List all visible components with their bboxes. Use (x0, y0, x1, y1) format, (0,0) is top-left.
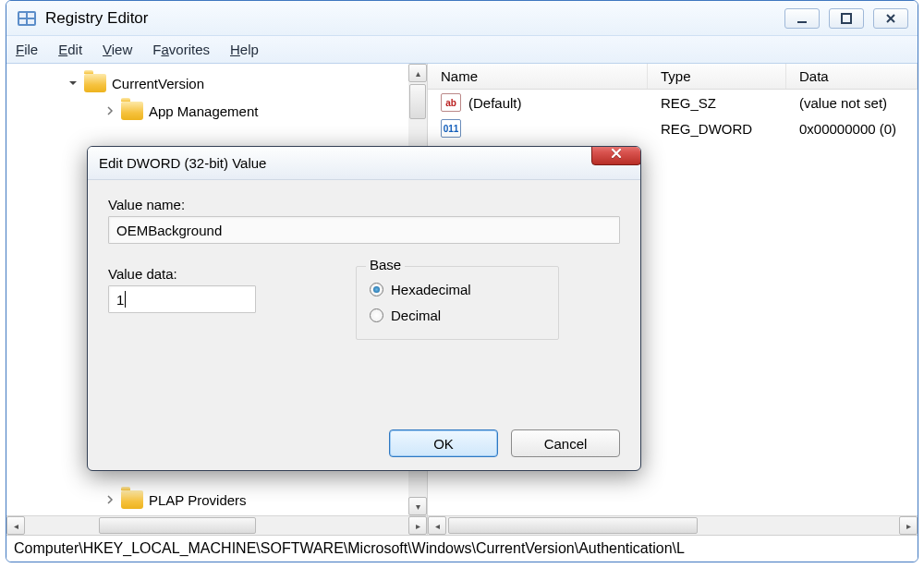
radio-label: Hexadecimal (391, 282, 471, 297)
dialog-button-row: OK Cancel (108, 413, 620, 457)
values-hscrollbar[interactable]: ◂ ▸ (428, 516, 918, 535)
radio-decimal[interactable]: Decimal (370, 302, 545, 328)
expand-icon[interactable] (104, 105, 116, 116)
listview-header: Name Type Data (428, 64, 918, 90)
scroll-thumb[interactable] (448, 517, 698, 534)
value-data-label: Value data: (108, 266, 345, 282)
scroll-thumb[interactable] (409, 84, 426, 119)
column-header-name[interactable]: Name (428, 64, 648, 89)
value-data-text: 1 (116, 292, 124, 308)
edit-dword-dialog: Edit DWORD (32-bit) Value Value name: OE… (87, 146, 641, 471)
ok-button[interactable]: OK (389, 429, 498, 457)
scroll-left-button[interactable]: ◂ (428, 516, 446, 535)
svg-rect-1 (19, 13, 26, 18)
folder-icon (84, 74, 106, 92)
tree-node-plapproviders[interactable]: PLAP Providers (12, 486, 247, 514)
expand-icon[interactable] (104, 494, 116, 505)
maximize-button[interactable] (829, 8, 864, 29)
tree-node-currentversion[interactable]: CurrentVersion (12, 69, 405, 97)
svg-rect-5 (797, 21, 807, 23)
radio-hexadecimal[interactable]: Hexadecimal (370, 276, 545, 302)
value-name-label: Value name: (108, 197, 620, 212)
menubar: File Edit View Favorites Help (6, 36, 918, 64)
value-name-field[interactable]: OEMBackground (108, 216, 620, 244)
dialog-title: Edit DWORD (32-bit) Value (99, 155, 266, 171)
scroll-right-button[interactable]: ▸ (408, 516, 427, 535)
value-name-cell: (Default) (468, 95, 522, 111)
base-groupbox: Base Hexadecimal Decimal (356, 266, 559, 340)
column-header-data[interactable]: Data (786, 64, 918, 89)
collapse-icon[interactable] (67, 78, 79, 89)
radio-label: Decimal (391, 308, 441, 323)
value-data-cell: (value not set) (786, 90, 918, 115)
tree-node-label: PLAP Providers (149, 492, 247, 508)
minimize-button[interactable] (784, 8, 820, 29)
value-data-cell: 0x00000000 (0) (786, 115, 918, 141)
base-legend: Base (366, 257, 405, 272)
folder-icon (121, 490, 143, 509)
close-button[interactable] (873, 8, 908, 29)
folder-icon (121, 102, 143, 120)
scroll-right-button[interactable]: ▸ (899, 516, 918, 535)
radio-icon (370, 283, 383, 296)
cancel-button[interactable]: Cancel (511, 429, 620, 457)
value-row[interactable]: 011 REG_DWORD 0x00000000 (0) (428, 115, 918, 141)
dialog-close-button[interactable] (591, 146, 641, 165)
statusbar: Computer\HKEY_LOCAL_MACHINE\SOFTWARE\Mic… (6, 536, 918, 562)
menu-view[interactable]: View (103, 42, 132, 57)
menu-favorites[interactable]: Favorites (152, 42, 210, 57)
value-name-text: OEMBackground (116, 223, 222, 238)
svg-rect-3 (19, 19, 26, 24)
tree-node-label: CurrentVersion (112, 76, 204, 91)
tree-hscrollbar[interactable]: ◂ ▸ (6, 516, 427, 535)
svg-rect-6 (842, 14, 851, 23)
statusbar-path: Computer\HKEY_LOCAL_MACHINE\SOFTWARE\Mic… (14, 540, 685, 557)
radio-icon (370, 308, 383, 322)
value-type-cell: REG_DWORD (648, 115, 786, 141)
string-value-icon: ab (441, 93, 461, 112)
scroll-thumb[interactable] (99, 517, 256, 534)
column-header-type[interactable]: Type (648, 64, 786, 89)
dialog-body: Value name: OEMBackground Value data: 1 … (88, 180, 640, 470)
tree-node-label: App Management (149, 103, 258, 119)
menu-edit[interactable]: Edit (58, 42, 82, 57)
window-title: Registry Editor (45, 9, 784, 28)
titlebar: Registry Editor (6, 1, 918, 36)
scroll-left-button[interactable]: ◂ (6, 516, 25, 535)
scroll-track[interactable] (25, 516, 408, 535)
dword-value-icon: 011 (441, 119, 461, 138)
window-controls (784, 8, 908, 29)
scroll-up-button[interactable]: ▴ (408, 64, 427, 82)
scroll-down-button[interactable]: ▾ (408, 497, 427, 515)
value-row[interactable]: ab (Default) REG_SZ (value not set) (428, 90, 918, 115)
svg-rect-2 (28, 13, 34, 18)
value-data-field[interactable]: 1 (108, 285, 256, 313)
menu-help[interactable]: Help (230, 42, 259, 57)
menu-file[interactable]: File (16, 42, 38, 57)
scroll-track[interactable] (446, 516, 899, 535)
dialog-titlebar[interactable]: Edit DWORD (32-bit) Value (88, 147, 640, 180)
tree-node-appmanagement[interactable]: App Management (12, 97, 405, 125)
value-type-cell: REG_SZ (648, 90, 786, 115)
svg-rect-4 (28, 19, 34, 24)
text-caret (125, 291, 126, 308)
regedit-icon (16, 7, 38, 30)
